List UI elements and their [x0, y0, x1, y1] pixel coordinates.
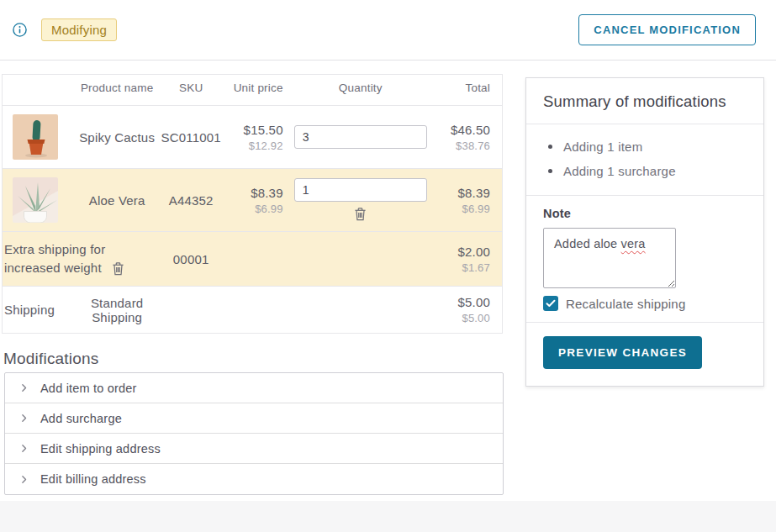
chevron-right-icon	[18, 474, 29, 485]
note-textarea[interactable]: Added aloe vera	[543, 228, 676, 288]
total-discounted: $38.76	[438, 140, 490, 152]
preview-changes-button[interactable]: PREVIEW CHANGES	[543, 336, 702, 369]
summary-bullet-list: Adding 1 item Adding 1 surcharge	[526, 124, 763, 196]
accordion-item-label: Add item to order	[40, 382, 137, 395]
product-name: Spiky Cactus	[75, 106, 160, 169]
checkmark-icon	[546, 299, 556, 308]
recalculate-shipping-checkbox[interactable]: Recalculate shipping	[543, 296, 747, 311]
accordion-item-label: Add surcharge	[40, 412, 122, 425]
summary-bullet-text: Adding 1 surcharge	[563, 164, 676, 178]
cancel-modification-button[interactable]: CANCEL MODIFICATION	[578, 14, 756, 45]
total-cell: $8.39 $6.99	[436, 169, 503, 232]
note-section: Note Added aloe vera Recalculate shippin…	[526, 196, 763, 323]
product-sku: SC011001	[159, 106, 222, 169]
modifications-heading: Modifications	[3, 350, 98, 368]
list-item: Adding 1 item	[543, 134, 747, 159]
surcharge-sku: 00001	[159, 232, 222, 287]
col-header-unit-price: Unit price	[223, 75, 285, 106]
remove-item-button[interactable]	[352, 205, 368, 223]
shipping-method: Standard Shipping	[75, 287, 160, 334]
list-item: Adding 1 surcharge	[543, 159, 747, 183]
unit-price-cell: $8.39 $6.99	[223, 169, 285, 232]
modifications-accordion: Add item to order Add surcharge Edit shi…	[4, 372, 504, 495]
product-sku: A44352	[159, 169, 222, 232]
chevron-right-icon	[18, 413, 29, 424]
status-badge: Modifying	[41, 18, 117, 41]
total-discounted: $5.00	[438, 312, 490, 324]
note-text-misspelled: vera	[621, 237, 646, 250]
total-cell: $5.00 $5.00	[436, 287, 503, 334]
product-name: Aloe Vera	[75, 169, 160, 232]
accordion-item-label: Edit shipping address	[40, 442, 161, 456]
summary-bullet-text: Adding 1 item	[563, 140, 642, 154]
surcharge-label: Extra shipping for increased weight	[4, 242, 105, 275]
col-header-quantity: Quantity	[285, 75, 436, 106]
bullet-dot	[548, 169, 552, 173]
table-row-shipping: Shipping Standard Shipping $5.00 $5.00	[3, 287, 503, 334]
col-header-sku: SKU	[159, 75, 222, 106]
summary-of-modifications-panel: Summary of modifications Adding 1 item A…	[525, 77, 764, 387]
unit-price-discounted: $12.92	[224, 140, 283, 152]
order-items-table: Product name SKU Unit price Quantity Tot…	[2, 74, 503, 334]
col-header-total: Total	[436, 75, 503, 106]
summary-panel-footer: PREVIEW CHANGES	[526, 323, 763, 386]
accordion-item-add-item[interactable]: Add item to order	[5, 373, 503, 403]
accordion-item-edit-shipping-address[interactable]: Edit shipping address	[5, 434, 503, 464]
col-header-image	[3, 75, 75, 106]
table-row-surcharge: Extra shipping for increased weight 0000…	[3, 232, 503, 287]
quantity-input-cactus[interactable]	[294, 125, 427, 149]
accordion-item-edit-billing-address[interactable]: Edit billing address	[5, 464, 503, 494]
product-image-cactus	[13, 114, 58, 160]
top-bar: Modifying CANCEL MODIFICATION	[0, 0, 776, 61]
table-row-product-added: Aloe Vera A44352 $8.39 $6.99	[3, 169, 503, 232]
product-image-aloe	[13, 177, 58, 223]
unit-price-cell: $15.50 $12.92	[223, 106, 285, 169]
shipping-label: Shipping	[3, 287, 75, 334]
chevron-right-icon	[18, 443, 29, 454]
surcharge-label-cell: Extra shipping for increased weight	[3, 232, 160, 287]
note-text: Added aloe	[554, 237, 621, 250]
trash-icon	[354, 207, 367, 221]
total-cell: $46.50 $38.76	[436, 106, 503, 169]
total-discounted: $1.67	[438, 261, 490, 274]
remove-surcharge-button[interactable]	[110, 260, 126, 277]
summary-panel-title: Summary of modifications	[526, 78, 763, 124]
recalculate-shipping-label: Recalculate shipping	[566, 297, 685, 311]
bullet-dot	[548, 145, 552, 149]
quantity-input-aloe[interactable]	[294, 178, 427, 202]
info-icon[interactable]	[13, 23, 27, 37]
checkbox-checked	[543, 296, 558, 311]
total-cell: $2.00 $1.67	[436, 232, 503, 287]
table-header-row: Product name SKU Unit price Quantity Tot…	[3, 75, 503, 106]
trash-icon	[112, 261, 124, 276]
chevron-right-icon	[18, 382, 29, 393]
accordion-item-add-surcharge[interactable]: Add surcharge	[5, 403, 503, 434]
unit-price-discounted: $6.99	[224, 203, 283, 215]
total-discounted: $6.99	[438, 203, 490, 215]
table-row-product: Spiky Cactus SC011001 $15.50 $12.92 $46.…	[3, 106, 503, 169]
note-label: Note	[543, 207, 747, 220]
col-header-product-name: Product name	[75, 75, 160, 106]
accordion-item-label: Edit billing address	[40, 472, 146, 486]
